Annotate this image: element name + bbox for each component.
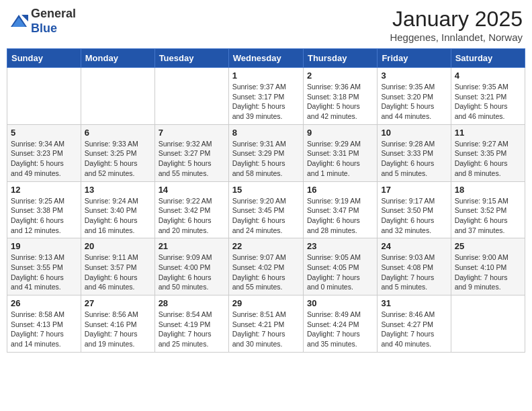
calendar-cell: [7, 68, 81, 125]
weekday-header-monday: Monday: [81, 49, 154, 68]
calendar-cell: 21Sunrise: 9:09 AM Sunset: 4:00 PM Dayli…: [154, 238, 228, 295]
day-number: 9: [307, 128, 373, 138]
logo-icon: [9, 12, 28, 31]
day-number: 1: [232, 71, 300, 81]
calendar-cell: 27Sunrise: 8:56 AM Sunset: 4:16 PM Dayli…: [81, 295, 154, 353]
location: Heggenes, Innlandet, Norway: [390, 32, 523, 43]
calendar-cell: 26Sunrise: 8:58 AM Sunset: 4:13 PM Dayli…: [7, 295, 81, 353]
day-info: Sunrise: 9:32 AM Sunset: 3:27 PM Dayligh…: [159, 139, 225, 179]
day-info: Sunrise: 9:35 AM Sunset: 3:20 PM Dayligh…: [381, 82, 447, 122]
day-number: 18: [455, 185, 521, 195]
day-info: Sunrise: 9:17 AM Sunset: 3:50 PM Dayligh…: [381, 196, 447, 236]
weekday-header-thursday: Thursday: [303, 49, 377, 68]
calendar-cell: 8Sunrise: 9:31 AM Sunset: 3:29 PM Daylig…: [228, 124, 303, 181]
day-number: 4: [455, 71, 521, 81]
day-number: 31: [381, 298, 447, 308]
calendar-cell: 12Sunrise: 9:25 AM Sunset: 3:38 PM Dayli…: [7, 181, 81, 238]
day-info: Sunrise: 9:31 AM Sunset: 3:29 PM Dayligh…: [232, 139, 300, 179]
calendar-cell: [154, 68, 228, 125]
calendar-cell: 16Sunrise: 9:19 AM Sunset: 3:47 PM Dayli…: [303, 181, 377, 238]
calendar-cell: 30Sunrise: 8:49 AM Sunset: 4:24 PM Dayli…: [303, 295, 377, 353]
day-number: 21: [159, 241, 225, 251]
day-info: Sunrise: 9:07 AM Sunset: 4:02 PM Dayligh…: [232, 253, 300, 292]
day-info: Sunrise: 8:49 AM Sunset: 4:24 PM Dayligh…: [307, 310, 373, 349]
calendar-cell: 24Sunrise: 9:03 AM Sunset: 4:08 PM Dayli…: [378, 238, 451, 295]
logo: General Blue: [9, 7, 76, 36]
weekday-header-wednesday: Wednesday: [228, 49, 303, 68]
day-number: 27: [85, 298, 151, 308]
calendar-cell: 5Sunrise: 9:34 AM Sunset: 3:23 PM Daylig…: [7, 124, 81, 181]
day-number: 7: [159, 128, 225, 138]
month-title: January 2025: [390, 7, 523, 32]
day-number: 19: [11, 241, 77, 251]
day-info: Sunrise: 8:58 AM Sunset: 4:13 PM Dayligh…: [11, 310, 77, 349]
day-info: Sunrise: 9:00 AM Sunset: 4:10 PM Dayligh…: [455, 253, 521, 292]
calendar-cell: 6Sunrise: 9:33 AM Sunset: 3:25 PM Daylig…: [81, 124, 154, 181]
day-number: 17: [381, 185, 447, 195]
page-header: General Blue January 2025 Heggenes, Innl…: [7, 7, 525, 43]
calendar-cell: 3Sunrise: 9:35 AM Sunset: 3:20 PM Daylig…: [378, 68, 451, 125]
calendar-cell: [451, 295, 525, 353]
calendar-cell: 20Sunrise: 9:11 AM Sunset: 3:57 PM Dayli…: [81, 238, 154, 295]
calendar-week-3: 12Sunrise: 9:25 AM Sunset: 3:38 PM Dayli…: [7, 181, 525, 238]
calendar-cell: 22Sunrise: 9:07 AM Sunset: 4:02 PM Dayli…: [228, 238, 303, 295]
calendar-week-4: 19Sunrise: 9:13 AM Sunset: 3:55 PM Dayli…: [7, 238, 525, 295]
day-number: 24: [381, 241, 447, 251]
day-number: 15: [232, 185, 300, 195]
day-number: 13: [85, 185, 151, 195]
day-info: Sunrise: 9:29 AM Sunset: 3:31 PM Dayligh…: [307, 139, 373, 179]
day-info: Sunrise: 9:15 AM Sunset: 3:52 PM Dayligh…: [455, 196, 521, 236]
day-info: Sunrise: 9:36 AM Sunset: 3:18 PM Dayligh…: [307, 82, 373, 122]
day-number: 25: [455, 241, 521, 251]
day-info: Sunrise: 9:27 AM Sunset: 3:35 PM Dayligh…: [455, 139, 521, 179]
day-number: 10: [381, 128, 447, 138]
logo-text: General Blue: [31, 7, 76, 36]
logo-blue-text: Blue: [31, 21, 76, 36]
day-info: Sunrise: 9:24 AM Sunset: 3:40 PM Dayligh…: [85, 196, 151, 236]
day-info: Sunrise: 9:20 AM Sunset: 3:45 PM Dayligh…: [232, 196, 300, 236]
calendar-cell: 17Sunrise: 9:17 AM Sunset: 3:50 PM Dayli…: [378, 181, 451, 238]
calendar-week-1: 1Sunrise: 9:37 AM Sunset: 3:17 PM Daylig…: [7, 68, 525, 125]
calendar-cell: 2Sunrise: 9:36 AM Sunset: 3:18 PM Daylig…: [303, 68, 377, 125]
calendar-cell: 29Sunrise: 8:51 AM Sunset: 4:21 PM Dayli…: [228, 295, 303, 353]
calendar-cell: 10Sunrise: 9:28 AM Sunset: 3:33 PM Dayli…: [378, 124, 451, 181]
weekday-header-saturday: Saturday: [451, 49, 525, 68]
day-info: Sunrise: 8:46 AM Sunset: 4:27 PM Dayligh…: [381, 310, 447, 349]
day-number: 26: [11, 298, 77, 308]
weekday-header-row: SundayMondayTuesdayWednesdayThursdayFrid…: [7, 49, 525, 68]
day-number: 11: [455, 128, 521, 138]
day-info: Sunrise: 9:11 AM Sunset: 3:57 PM Dayligh…: [85, 253, 151, 292]
day-number: 2: [307, 71, 373, 81]
day-info: Sunrise: 9:13 AM Sunset: 3:55 PM Dayligh…: [11, 253, 77, 292]
logo-general-text: General: [31, 7, 76, 21]
weekday-header-friday: Friday: [378, 49, 451, 68]
day-number: 12: [11, 185, 77, 195]
calendar-cell: 13Sunrise: 9:24 AM Sunset: 3:40 PM Dayli…: [81, 181, 154, 238]
day-number: 28: [159, 298, 225, 308]
calendar-week-2: 5Sunrise: 9:34 AM Sunset: 3:23 PM Daylig…: [7, 124, 525, 181]
day-info: Sunrise: 9:25 AM Sunset: 3:38 PM Dayligh…: [11, 196, 77, 236]
day-info: Sunrise: 9:37 AM Sunset: 3:17 PM Dayligh…: [232, 82, 300, 122]
day-info: Sunrise: 9:05 AM Sunset: 4:05 PM Dayligh…: [307, 253, 373, 292]
calendar-cell: 7Sunrise: 9:32 AM Sunset: 3:27 PM Daylig…: [154, 124, 228, 181]
calendar-cell: [81, 68, 154, 125]
day-info: Sunrise: 9:33 AM Sunset: 3:25 PM Dayligh…: [85, 139, 151, 179]
day-info: Sunrise: 9:03 AM Sunset: 4:08 PM Dayligh…: [381, 253, 447, 292]
day-number: 3: [381, 71, 447, 81]
weekday-header-tuesday: Tuesday: [154, 49, 228, 68]
day-info: Sunrise: 8:56 AM Sunset: 4:16 PM Dayligh…: [85, 310, 151, 349]
weekday-header-sunday: Sunday: [7, 49, 81, 68]
day-number: 30: [307, 298, 373, 308]
day-info: Sunrise: 9:35 AM Sunset: 3:21 PM Dayligh…: [455, 82, 521, 122]
calendar-cell: 31Sunrise: 8:46 AM Sunset: 4:27 PM Dayli…: [378, 295, 451, 353]
calendar-cell: 19Sunrise: 9:13 AM Sunset: 3:55 PM Dayli…: [7, 238, 81, 295]
calendar-cell: 25Sunrise: 9:00 AM Sunset: 4:10 PM Dayli…: [451, 238, 525, 295]
calendar-cell: 14Sunrise: 9:22 AM Sunset: 3:42 PM Dayli…: [154, 181, 228, 238]
day-number: 5: [11, 128, 77, 138]
day-number: 6: [85, 128, 151, 138]
day-number: 14: [159, 185, 225, 195]
calendar-cell: 4Sunrise: 9:35 AM Sunset: 3:21 PM Daylig…: [451, 68, 525, 125]
title-section: January 2025 Heggenes, Innlandet, Norway: [390, 7, 523, 43]
day-number: 29: [232, 298, 300, 308]
day-number: 20: [85, 241, 151, 251]
